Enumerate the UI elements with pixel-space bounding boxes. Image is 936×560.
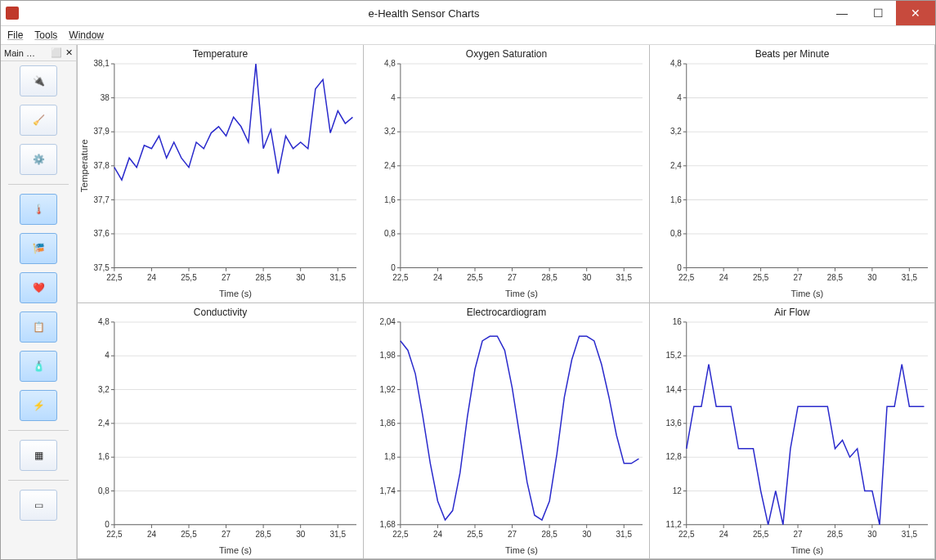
charts-grid: Temperature37,537,637,737,837,93838,122,… bbox=[77, 45, 935, 559]
svg-text:0,8: 0,8 bbox=[384, 229, 396, 238]
svg-text:1,8: 1,8 bbox=[384, 452, 396, 461]
svg-text:0: 0 bbox=[391, 262, 396, 271]
svg-text:11,2: 11,2 bbox=[665, 519, 682, 528]
svg-text:24: 24 bbox=[433, 273, 442, 282]
svg-text:31,5: 31,5 bbox=[902, 530, 918, 539]
app-window: e-Health Sensor Charts — ☐ ✕ File Tools … bbox=[0, 0, 936, 560]
svg-text:0,8: 0,8 bbox=[670, 229, 682, 238]
svg-text:31,5: 31,5 bbox=[616, 530, 633, 539]
sensor-ecg-button[interactable]: 📋 bbox=[20, 311, 57, 343]
svg-text:1,86: 1,86 bbox=[379, 418, 396, 427]
svg-text:24: 24 bbox=[433, 530, 442, 539]
chart-conductivity: Conductivity00,81,62,43,244,822,52425,52… bbox=[77, 302, 363, 560]
chart-oxygen: Oxygen Saturation00,81,62,43,244,822,524… bbox=[363, 45, 649, 302]
svg-text:28,5: 28,5 bbox=[827, 273, 844, 282]
svg-text:2,4: 2,4 bbox=[384, 161, 396, 170]
windsock-icon: 🎏 bbox=[33, 243, 45, 254]
svg-text:13,6: 13,6 bbox=[665, 418, 682, 427]
svg-text:38,1: 38,1 bbox=[94, 59, 110, 68]
svg-text:28,5: 28,5 bbox=[255, 273, 271, 282]
sensor-temperature-button[interactable]: 🌡️ bbox=[20, 194, 57, 225]
close-button[interactable]: ✕ bbox=[896, 1, 935, 25]
svg-text:1,6: 1,6 bbox=[384, 195, 396, 204]
svg-text:Time (s): Time (s) bbox=[219, 289, 252, 298]
layout-grid-button[interactable]: ▦ bbox=[20, 440, 57, 471]
svg-text:25,5: 25,5 bbox=[181, 530, 197, 539]
chart-airflow: Air Flow11,21212,813,614,415,21622,52425… bbox=[649, 302, 935, 560]
svg-text:12: 12 bbox=[673, 486, 682, 495]
svg-text:Time (s): Time (s) bbox=[505, 545, 538, 555]
svg-text:37,6: 37,6 bbox=[94, 229, 110, 238]
svg-text:4: 4 bbox=[105, 351, 110, 360]
svg-text:28,5: 28,5 bbox=[541, 530, 558, 539]
svg-text:14,4: 14,4 bbox=[665, 384, 682, 393]
sidebar-header: Main … ⬜ ✕ bbox=[1, 45, 76, 61]
sidebar-float-icon[interactable]: ⬜ bbox=[51, 47, 62, 58]
svg-text:Temperature: Temperature bbox=[79, 139, 89, 192]
svg-text:3,2: 3,2 bbox=[98, 384, 110, 393]
svg-text:27: 27 bbox=[793, 530, 802, 539]
menu-window[interactable]: Window bbox=[69, 29, 104, 41]
svg-text:30: 30 bbox=[582, 273, 591, 282]
settings-button[interactable]: ⚙️ bbox=[20, 144, 57, 175]
sensor-oxygen-button[interactable]: 🧴 bbox=[20, 351, 57, 382]
layout-single-button[interactable]: ▭ bbox=[20, 490, 57, 521]
svg-text:1,6: 1,6 bbox=[98, 452, 110, 461]
svg-text:30: 30 bbox=[582, 530, 591, 539]
svg-text:22,5: 22,5 bbox=[678, 273, 695, 282]
svg-text:22,5: 22,5 bbox=[106, 530, 123, 539]
svg-text:38: 38 bbox=[101, 93, 110, 102]
svg-text:Time (s): Time (s) bbox=[505, 289, 538, 298]
svg-text:30: 30 bbox=[296, 273, 305, 282]
svg-text:27: 27 bbox=[222, 530, 231, 539]
svg-text:24: 24 bbox=[719, 273, 728, 282]
svg-text:31,5: 31,5 bbox=[902, 273, 918, 282]
svg-text:15,2: 15,2 bbox=[665, 351, 682, 360]
sensor-airflow-button[interactable]: 🎏 bbox=[20, 233, 57, 264]
svg-text:22,5: 22,5 bbox=[106, 273, 123, 282]
sidebar-title: Main … bbox=[4, 48, 35, 58]
bottle-icon: 🧴 bbox=[33, 361, 45, 372]
svg-text:0: 0 bbox=[105, 519, 110, 528]
svg-text:28,5: 28,5 bbox=[541, 273, 558, 282]
chart-ecg: Electrocardiogram1,681,741,81,861,921,98… bbox=[363, 302, 649, 560]
titlebar: e-Health Sensor Charts — ☐ ✕ bbox=[1, 1, 935, 26]
svg-text:2,4: 2,4 bbox=[98, 418, 110, 427]
svg-text:1,92: 1,92 bbox=[379, 384, 396, 393]
sensor-conductivity-button[interactable]: ⚡ bbox=[20, 390, 57, 421]
svg-text:1,98: 1,98 bbox=[379, 351, 396, 360]
maximize-button[interactable]: ☐ bbox=[860, 1, 896, 25]
svg-text:31,5: 31,5 bbox=[330, 530, 347, 539]
clear-button[interactable]: 🧹 bbox=[20, 105, 57, 136]
thermometer-icon: 🌡️ bbox=[33, 204, 45, 215]
bolt-icon: ⚡ bbox=[33, 400, 45, 411]
svg-text:4,8: 4,8 bbox=[670, 59, 682, 68]
svg-text:22,5: 22,5 bbox=[678, 530, 695, 539]
svg-text:24: 24 bbox=[147, 273, 156, 282]
svg-text:37,9: 37,9 bbox=[94, 127, 110, 136]
svg-text:31,5: 31,5 bbox=[616, 273, 633, 282]
svg-text:25,5: 25,5 bbox=[753, 273, 769, 282]
gear-icon: ⚙️ bbox=[33, 154, 45, 165]
window-icon: ▭ bbox=[34, 500, 43, 511]
svg-text:30: 30 bbox=[867, 530, 876, 539]
chart-bpm: Beats per Minute00,81,62,43,244,822,5242… bbox=[649, 45, 935, 302]
svg-text:2,4: 2,4 bbox=[670, 161, 682, 170]
svg-text:Time (s): Time (s) bbox=[219, 545, 252, 555]
svg-text:25,5: 25,5 bbox=[467, 530, 483, 539]
svg-text:37,7: 37,7 bbox=[94, 195, 110, 204]
connect-button[interactable]: 🔌 bbox=[20, 65, 57, 96]
svg-text:27: 27 bbox=[508, 530, 517, 539]
menu-file[interactable]: File bbox=[7, 29, 23, 41]
sensor-heart-button[interactable]: ❤️ bbox=[20, 272, 57, 303]
sidebar-close-icon[interactable]: ✕ bbox=[65, 47, 73, 58]
svg-text:3,2: 3,2 bbox=[384, 127, 396, 136]
menubar: File Tools Window bbox=[1, 26, 935, 45]
svg-text:Time (s): Time (s) bbox=[791, 545, 824, 555]
svg-text:22,5: 22,5 bbox=[392, 530, 409, 539]
window-title: e-Health Sensor Charts bbox=[24, 7, 824, 20]
menu-tools[interactable]: Tools bbox=[34, 29, 57, 41]
plug-icon: 🔌 bbox=[33, 75, 45, 87]
minimize-button[interactable]: — bbox=[824, 1, 860, 25]
svg-text:4,8: 4,8 bbox=[384, 59, 396, 68]
